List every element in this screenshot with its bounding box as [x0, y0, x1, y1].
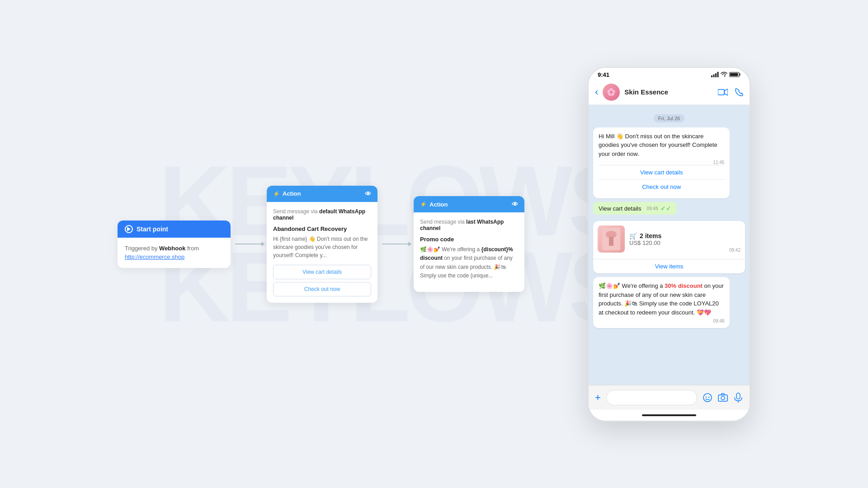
cart-product-image	[598, 225, 625, 253]
promo-bubble: 🌿🌸💅 We're offering a 30% discount on you…	[593, 277, 730, 328]
svg-rect-16	[718, 395, 727, 401]
action-node-1-title: Action	[283, 190, 301, 197]
view-cart-btn-1[interactable]: View cart details	[273, 265, 371, 279]
svg-point-15	[708, 396, 709, 397]
trigger-url[interactable]: http://ecommerce.shop	[125, 253, 184, 260]
home-indicator	[589, 410, 750, 421]
received-badge: View cart details 09:48 ✓✓	[593, 202, 677, 215]
camera-icon[interactable]	[718, 393, 728, 403]
chat-input-bar: +	[589, 385, 750, 410]
received-text: View cart details	[599, 205, 641, 212]
message-input-area[interactable]	[606, 390, 697, 405]
cart-items-label: 🛒 2 items	[629, 232, 725, 239]
discount-highlight: 30%	[665, 282, 676, 289]
svg-point-13	[703, 394, 712, 402]
promo-time: 09:48	[599, 319, 724, 324]
lightning-icon: ⚡	[273, 191, 280, 197]
check-icon: ✓✓	[660, 205, 671, 212]
status-time: 9:41	[598, 71, 609, 78]
check-out-now-btn[interactable]: Check out now	[599, 179, 724, 194]
add-attachment-icon[interactable]: +	[595, 392, 601, 404]
message-title-2: Promo code	[420, 236, 518, 243]
action-node-2-body: Send message via last WhatsApp channel P…	[414, 212, 524, 292]
checkout-btn-1[interactable]: Check out now	[273, 282, 371, 296]
trigger-bold: Webhook	[159, 245, 185, 252]
arrow-connector-1	[231, 244, 267, 244]
action-node-2: ⚡ Action 👁 Send message via last WhatsAp…	[414, 196, 524, 292]
chat-header: ‹ 🌸 Skin Essence	[589, 80, 750, 105]
arrow-line-1	[235, 244, 262, 244]
received-row: View cart details 09:48 ✓✓	[593, 202, 745, 218]
action-header-left-2: ⚡ Action	[420, 201, 448, 208]
main-content: Start point Triggered by Webhook from ht…	[0, 0, 868, 488]
svg-rect-4	[717, 72, 719, 77]
action-node-2-header: ⚡ Action 👁	[414, 196, 524, 212]
svg-rect-3	[715, 73, 717, 77]
svg-rect-8	[718, 89, 724, 95]
trigger-label: Triggered by Webhook from	[125, 245, 199, 252]
message-bubble-1: Hi Mill 👋 Don't miss out on the skincare…	[593, 127, 730, 199]
received-time: 09:48	[646, 206, 658, 211]
action-node-1-header: ⚡ Action 👁	[267, 186, 377, 202]
workflow-canvas: Start point Triggered by Webhook from ht…	[118, 186, 570, 303]
home-bar	[642, 414, 696, 416]
message-preview-1: Hi {first name} 👋 Don't miss out on the …	[273, 235, 371, 259]
eye-icon-1[interactable]: 👁	[365, 190, 371, 197]
avatar: 🌸	[603, 84, 620, 101]
svg-rect-6	[740, 74, 741, 76]
status-icons	[711, 72, 741, 77]
cart-card: 🛒 2 items US$ 120.00 09:42 View items	[593, 221, 745, 273]
eye-icon-2[interactable]: 👁	[512, 201, 518, 208]
action-node-1-body: Send message via default WhatsApp channe…	[267, 202, 377, 303]
chat-body[interactable]: Fri, Jul 26 Hi Mill 👋 Don't miss out on …	[589, 105, 750, 385]
svg-rect-18	[736, 393, 740, 399]
svg-marker-9	[724, 89, 728, 95]
arrow-connector-2	[377, 244, 414, 244]
battery-icon	[729, 72, 741, 77]
play-icon	[125, 225, 133, 233]
action-send-label-2: Send message via last WhatsApp channel	[420, 219, 518, 231]
promo-text: 🌿🌸💅 We're offering a 30% discount on you…	[599, 282, 724, 317]
svg-point-17	[721, 396, 725, 400]
phone-mockup: 9:41	[588, 67, 750, 422]
start-node-header: Start point	[118, 221, 231, 238]
message-title-1: Abandoned Cart Recovery	[273, 225, 371, 232]
svg-point-14	[706, 396, 707, 397]
start-node-title: Start point	[137, 225, 168, 233]
microphone-icon[interactable]	[733, 393, 743, 403]
status-bar: 9:41	[589, 68, 750, 80]
sticker-icon[interactable]	[703, 393, 712, 403]
video-call-icon[interactable]	[718, 88, 728, 96]
svg-rect-1	[711, 75, 712, 77]
signal-icon	[711, 72, 719, 77]
svg-rect-2	[713, 75, 715, 78]
back-button[interactable]: ‹	[595, 86, 598, 98]
view-items-button[interactable]: View items	[593, 259, 745, 273]
action-node-1: ⚡ Action 👁 Send message via default What…	[267, 186, 377, 303]
wifi-icon	[721, 72, 727, 77]
cart-price: US$ 120.00	[629, 239, 725, 246]
action-node-2-title: Action	[429, 201, 448, 208]
svg-rect-12	[609, 237, 613, 246]
action-header-left: ⚡ Action	[273, 190, 301, 197]
discount-word: discount	[676, 282, 703, 289]
message-time-1: 11:45	[599, 160, 724, 165]
svg-marker-0	[127, 227, 131, 231]
promo-preview: 🌿🌸💅 We're offering a {discount}% discoun…	[420, 245, 518, 280]
date-divider: Fri, Jul 26	[593, 114, 745, 122]
phone-call-icon[interactable]	[735, 88, 743, 96]
cart-time: 09:42	[729, 248, 741, 253]
svg-rect-7	[730, 73, 738, 76]
arrow-line-2	[382, 244, 409, 244]
chat-contact-name: Skin Essence	[624, 88, 713, 96]
view-cart-details-btn[interactable]: View cart details	[599, 165, 724, 179]
start-node: Start point Triggered by Webhook from ht…	[118, 221, 231, 268]
chat-header-icons	[718, 88, 743, 96]
action-send-label-1: Send message via default WhatsApp channe…	[273, 208, 371, 221]
lightning-icon-2: ⚡	[420, 201, 427, 207]
cart-info: 🛒 2 items US$ 120.00	[629, 232, 725, 246]
start-node-body: Triggered by Webhook from http://ecommer…	[118, 238, 231, 268]
message-text-1: Hi Mill 👋 Don't miss out on the skincare…	[599, 132, 724, 159]
